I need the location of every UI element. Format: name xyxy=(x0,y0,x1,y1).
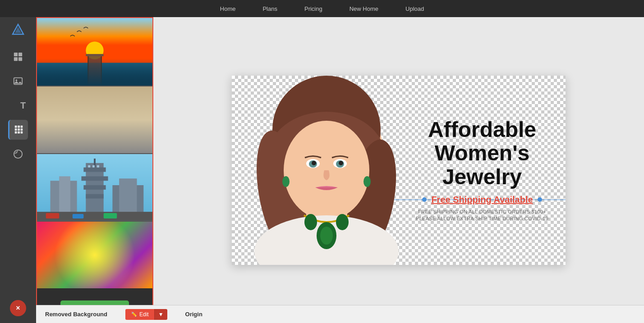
banner-canvas: Affordable Women's Jewelry Free Shipping… xyxy=(232,76,566,265)
svg-rect-29 xyxy=(130,100,150,131)
svg-text:+: + xyxy=(135,268,138,273)
nav-plans[interactable]: Plans xyxy=(262,5,277,12)
svg-rect-31 xyxy=(51,124,54,138)
svg-rect-64 xyxy=(37,228,152,282)
svg-rect-37 xyxy=(95,124,98,138)
image-thumb-buildings[interactable] xyxy=(37,153,152,221)
svg-text:★: ★ xyxy=(135,246,140,252)
svg-point-45 xyxy=(117,86,134,102)
svg-rect-7 xyxy=(18,126,20,128)
svg-point-87 xyxy=(312,161,316,165)
nav-home[interactable]: Home xyxy=(220,5,236,12)
image-thumb-sunset[interactable] xyxy=(37,18,152,86)
svg-marker-66 xyxy=(95,228,152,282)
svg-rect-50 xyxy=(83,185,106,190)
svg-rect-12 xyxy=(14,132,17,134)
svg-marker-65 xyxy=(37,228,95,282)
svg-rect-6 xyxy=(14,126,17,128)
svg-rect-22 xyxy=(86,54,103,56)
svg-rect-30 xyxy=(37,131,152,153)
edit-dropdown-button[interactable]: ▼ xyxy=(154,309,167,320)
svg-point-92 xyxy=(320,227,333,245)
adjust-tool-button[interactable] xyxy=(8,144,28,164)
svg-text:★: ★ xyxy=(46,240,53,247)
svg-point-72 xyxy=(66,240,124,275)
svg-rect-33 xyxy=(64,126,67,138)
removed-bg-label: Removed Background xyxy=(45,311,107,318)
svg-point-38 xyxy=(94,121,99,126)
svg-point-73 xyxy=(70,243,119,271)
banner-title: Affordable Women's Jewelry xyxy=(408,118,557,189)
svg-point-36 xyxy=(77,120,81,124)
text-tool-button[interactable]: T xyxy=(8,96,28,115)
pattern-tool-button[interactable] xyxy=(8,120,28,140)
close-icon: × xyxy=(16,304,20,312)
nav-pricing[interactable]: Pricing xyxy=(304,5,322,12)
edit-main-button[interactable]: ✏️ Edit xyxy=(125,309,154,320)
svg-rect-62 xyxy=(92,165,95,168)
svg-rect-9 xyxy=(14,128,17,131)
svg-rect-25 xyxy=(46,100,60,131)
edit-button-group[interactable]: ✏️ Edit ▼ xyxy=(125,309,167,320)
svg-rect-49 xyxy=(81,176,108,181)
image-tool-button[interactable] xyxy=(8,71,28,91)
chevron-down-icon: ▼ xyxy=(158,311,164,318)
svg-point-93 xyxy=(304,214,317,230)
shipping-handle-left[interactable] xyxy=(422,197,427,202)
top-navigation: Home Plans Pricing New Home Upload xyxy=(0,0,644,17)
svg-point-5 xyxy=(16,79,18,81)
svg-rect-63 xyxy=(97,165,99,168)
svg-point-32 xyxy=(50,121,55,126)
svg-marker-67 xyxy=(37,228,152,255)
bottom-bar: Removed Background ✏️ Edit ▼ Origin xyxy=(36,305,644,323)
svg-rect-27 xyxy=(86,98,108,131)
svg-point-44 xyxy=(134,122,139,126)
svg-rect-2 xyxy=(14,57,18,61)
svg-rect-26 xyxy=(64,96,81,131)
shipping-text: Free Shipping Available xyxy=(431,195,533,205)
svg-rect-43 xyxy=(135,125,138,138)
edit-pencil-icon: ✏️ xyxy=(131,311,137,317)
image-thumb-comic[interactable]: ★ ★ + + COOL xyxy=(37,221,152,288)
svg-text:COOL: COOL xyxy=(70,250,119,268)
svg-point-34 xyxy=(63,123,68,127)
origin-label: Origin xyxy=(185,311,202,318)
nav-upload[interactable]: Upload xyxy=(405,5,424,12)
svg-rect-41 xyxy=(124,123,127,138)
image-list: ★ ★ + + COOL xyxy=(37,18,152,295)
banner-shipping[interactable]: Free Shipping Available xyxy=(408,195,557,205)
canvas-area: Affordable Women's Jewelry Free Shipping… xyxy=(153,17,644,323)
svg-rect-51 xyxy=(86,194,103,199)
svg-rect-10 xyxy=(18,128,20,131)
svg-point-94 xyxy=(336,214,349,230)
svg-rect-58 xyxy=(46,213,60,218)
svg-rect-59 xyxy=(73,214,84,218)
edit-label: Edit xyxy=(139,311,149,318)
svg-rect-8 xyxy=(20,126,23,128)
shipping-handle-right[interactable] xyxy=(538,197,542,202)
svg-point-90 xyxy=(363,176,371,187)
svg-rect-11 xyxy=(20,128,23,131)
svg-rect-0 xyxy=(14,53,18,56)
svg-text:+: + xyxy=(51,268,53,273)
svg-rect-13 xyxy=(18,132,20,134)
svg-point-42 xyxy=(123,120,128,125)
svg-point-88 xyxy=(339,161,343,165)
svg-point-40 xyxy=(108,122,112,127)
svg-rect-17 xyxy=(37,63,152,85)
svg-point-89 xyxy=(282,176,290,187)
svg-rect-48 xyxy=(83,168,106,172)
nav-newhome[interactable]: New Home xyxy=(350,5,378,12)
banner-text-area: Affordable Women's Jewelry Free Shipping… xyxy=(408,118,557,222)
grid-view-button[interactable] xyxy=(8,47,28,67)
svg-rect-23 xyxy=(37,86,152,153)
svg-rect-61 xyxy=(88,165,90,168)
svg-rect-39 xyxy=(108,125,112,138)
close-button[interactable]: × xyxy=(10,300,26,316)
svg-rect-3 xyxy=(18,57,22,61)
svg-rect-19 xyxy=(88,54,101,85)
left-panel: ★ ★ + + COOL Download Image xyxy=(36,17,153,323)
woman-image xyxy=(232,76,421,265)
image-thumb-street[interactable] xyxy=(37,86,152,153)
svg-point-15 xyxy=(14,150,22,158)
